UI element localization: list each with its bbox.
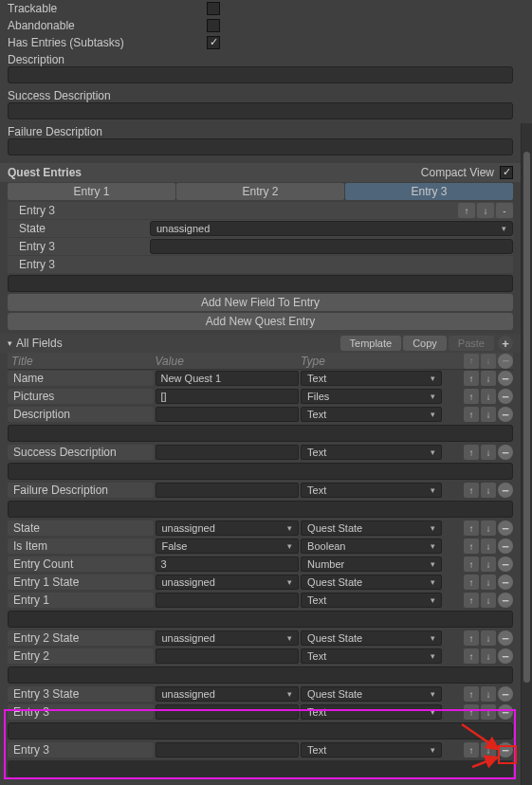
- field-13-type-dropdown[interactable]: Text▾: [301, 704, 442, 720]
- field-11-type-dropdown[interactable]: Text▾: [301, 648, 442, 664]
- trackable-checkbox[interactable]: [207, 2, 220, 15]
- field-11-value-input[interactable]: [156, 648, 300, 664]
- entry-text-input[interactable]: [8, 275, 513, 292]
- field-10-value-dropdown[interactable]: unassigned▾: [156, 630, 300, 646]
- tab-entry-3[interactable]: Entry 3: [345, 183, 513, 200]
- field-9-remove-button[interactable]: −: [498, 593, 513, 608]
- field-7-remove-button[interactable]: −: [498, 557, 513, 572]
- field-2-value-input[interactable]: [156, 407, 300, 422]
- field-11-down-button[interactable]: ↓: [481, 648, 496, 664]
- field-5-remove-button[interactable]: −: [498, 520, 513, 536]
- add-field-button[interactable]: +: [498, 336, 513, 351]
- field-0-title[interactable]: Name: [8, 371, 154, 386]
- field-5-title[interactable]: State: [8, 520, 154, 536]
- entry-remove-button[interactable]: -: [496, 203, 513, 218]
- field-3-textarea[interactable]: [8, 463, 513, 480]
- header-remove-button[interactable]: −: [498, 354, 513, 369]
- header-up-button[interactable]: ↑: [464, 354, 479, 369]
- fields-expand-icon[interactable]: ▾: [8, 338, 12, 348]
- field-2-remove-button[interactable]: −: [498, 407, 513, 422]
- field-12-remove-button[interactable]: −: [498, 686, 513, 702]
- field-11-up-button[interactable]: ↑: [464, 648, 479, 664]
- field-14-remove-button[interactable]: −: [498, 742, 513, 758]
- field-8-up-button[interactable]: ↑: [464, 575, 479, 590]
- field-3-type-dropdown[interactable]: Text▾: [301, 445, 442, 460]
- field-1-title[interactable]: Pictures: [8, 389, 154, 404]
- field-6-type-dropdown[interactable]: Boolean▾: [301, 539, 442, 554]
- field-8-title[interactable]: Entry 1 State: [8, 575, 154, 590]
- field-13-up-button[interactable]: ↑: [464, 704, 479, 720]
- field-5-value-dropdown[interactable]: unassigned▾: [156, 520, 300, 536]
- field-6-down-button[interactable]: ↓: [481, 539, 496, 554]
- success-description-input[interactable]: [8, 102, 513, 119]
- entry-row-3-input[interactable]: [150, 239, 513, 254]
- field-14-type-dropdown[interactable]: Text▾: [301, 742, 442, 758]
- field-7-type-dropdown[interactable]: Number▾: [301, 557, 442, 572]
- has-entries-checkbox[interactable]: [207, 36, 220, 49]
- field-9-down-button[interactable]: ↓: [481, 593, 496, 608]
- field-10-title[interactable]: Entry 2 State: [8, 630, 154, 646]
- field-4-up-button[interactable]: ↑: [464, 483, 479, 498]
- field-10-remove-button[interactable]: −: [498, 630, 513, 646]
- field-7-down-button[interactable]: ↓: [481, 557, 496, 572]
- field-11-title[interactable]: Entry 2: [8, 648, 154, 664]
- field-3-title[interactable]: Success Description: [8, 445, 154, 460]
- field-12-type-dropdown[interactable]: Quest State▾: [301, 686, 442, 702]
- entry-down-button[interactable]: ↓: [477, 203, 494, 218]
- compact-view-checkbox[interactable]: [500, 166, 513, 179]
- field-1-up-button[interactable]: ↑: [464, 389, 479, 404]
- field-11-remove-button[interactable]: −: [498, 648, 513, 664]
- field-10-down-button[interactable]: ↓: [481, 630, 496, 646]
- field-2-type-dropdown[interactable]: Text▾: [301, 407, 442, 422]
- field-9-up-button[interactable]: ↑: [464, 593, 479, 608]
- entry-state-dropdown[interactable]: unassigned▾: [150, 221, 513, 236]
- field-10-type-dropdown[interactable]: Quest State▾: [301, 630, 442, 646]
- field-9-type-dropdown[interactable]: Text▾: [301, 593, 442, 608]
- field-2-down-button[interactable]: ↓: [481, 407, 496, 422]
- field-0-type-dropdown[interactable]: Text▾: [301, 371, 442, 386]
- field-1-down-button[interactable]: ↓: [481, 389, 496, 404]
- field-14-up-button[interactable]: ↑: [464, 742, 479, 758]
- field-14-title[interactable]: Entry 3: [8, 742, 154, 758]
- field-13-title[interactable]: Entry 3: [8, 704, 154, 720]
- field-4-down-button[interactable]: ↓: [481, 483, 496, 498]
- field-4-value-input[interactable]: [156, 483, 300, 498]
- field-6-up-button[interactable]: ↑: [464, 539, 479, 554]
- field-3-value-input[interactable]: [156, 445, 300, 460]
- field-1-type-dropdown[interactable]: Files▾: [301, 389, 442, 404]
- field-8-value-dropdown[interactable]: unassigned▾: [156, 575, 300, 590]
- field-8-down-button[interactable]: ↓: [481, 575, 496, 590]
- field-2-textarea[interactable]: [8, 425, 513, 442]
- field-9-textarea[interactable]: [8, 611, 513, 628]
- add-quest-entry-button[interactable]: Add New Quest Entry: [8, 313, 513, 330]
- field-14-down-button[interactable]: ↓: [481, 742, 496, 758]
- field-0-down-button[interactable]: ↓: [481, 371, 496, 386]
- field-12-down-button[interactable]: ↓: [481, 686, 496, 702]
- field-10-up-button[interactable]: ↑: [464, 630, 479, 646]
- field-4-title[interactable]: Failure Description: [8, 483, 154, 498]
- field-5-down-button[interactable]: ↓: [481, 520, 496, 536]
- field-8-type-dropdown[interactable]: Quest State▾: [301, 575, 442, 590]
- field-3-remove-button[interactable]: −: [498, 445, 513, 460]
- field-2-up-button[interactable]: ↑: [464, 407, 479, 422]
- paste-button[interactable]: Paste: [449, 336, 494, 351]
- field-13-textarea[interactable]: [8, 722, 513, 739]
- copy-button[interactable]: Copy: [403, 336, 447, 351]
- description-input[interactable]: [8, 66, 513, 83]
- field-9-title[interactable]: Entry 1: [8, 593, 154, 608]
- abandonable-checkbox[interactable]: [207, 19, 220, 32]
- scrollbar[interactable]: [521, 123, 532, 785]
- field-0-remove-button[interactable]: −: [498, 371, 513, 386]
- field-3-up-button[interactable]: ↑: [464, 445, 479, 460]
- field-13-remove-button[interactable]: −: [498, 704, 513, 720]
- field-7-title[interactable]: Entry Count: [8, 557, 154, 572]
- field-2-title[interactable]: Description: [8, 407, 154, 422]
- field-7-up-button[interactable]: ↑: [464, 557, 479, 572]
- field-12-up-button[interactable]: ↑: [464, 686, 479, 702]
- field-3-down-button[interactable]: ↓: [481, 445, 496, 460]
- field-1-value-input[interactable]: []: [156, 389, 300, 404]
- field-5-up-button[interactable]: ↑: [464, 520, 479, 536]
- field-12-value-dropdown[interactable]: unassigned▾: [156, 686, 300, 702]
- field-11-textarea[interactable]: [8, 666, 513, 684]
- field-6-title[interactable]: Is Item: [8, 539, 154, 554]
